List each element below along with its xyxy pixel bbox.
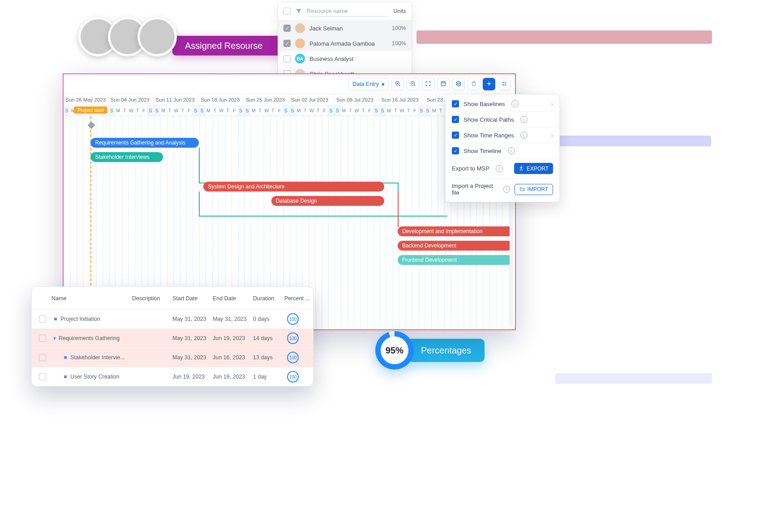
week-label: Sun 04 Jun 2023 xyxy=(109,94,154,105)
info-icon[interactable]: i xyxy=(511,100,519,107)
info-icon[interactable]: i xyxy=(508,147,515,154)
settings-button[interactable] xyxy=(452,78,465,90)
checkbox-checked[interactable]: ✓ xyxy=(452,116,459,123)
resource-row[interactable]: BA Business Analyst xyxy=(278,51,412,66)
settings-item[interactable]: ✓ Show Timeline i xyxy=(446,143,559,158)
zoom-out-icon xyxy=(410,81,416,88)
percent-badge: 100 xyxy=(287,371,299,383)
fit-button[interactable] xyxy=(498,78,511,90)
milestone-diamond[interactable] xyxy=(88,122,95,129)
resource-picker-header: Units xyxy=(278,2,412,21)
bullet-icon xyxy=(64,356,67,359)
percentage-pill: Percentages xyxy=(408,339,485,362)
resource-checkbox[interactable]: ✓ xyxy=(283,25,291,32)
percentage-value: 95% xyxy=(381,336,408,364)
settings-item[interactable]: ✓ Show Critical Paths i xyxy=(446,111,559,127)
import-button[interactable]: IMPORT xyxy=(515,184,553,195)
delete-button[interactable] xyxy=(468,78,480,90)
gantt-bar[interactable]: System Design and Architecture xyxy=(203,182,384,192)
gantt-bar[interactable]: Backend Development xyxy=(398,241,513,251)
zoom-in-icon xyxy=(395,81,401,88)
export-button-label: EXPORT xyxy=(527,166,549,172)
gantt-bar[interactable]: Stakeholder Interviews xyxy=(90,152,163,162)
avatar xyxy=(137,17,177,56)
percent-badge: 100 xyxy=(287,352,299,363)
checkbox-checked[interactable]: ✓ xyxy=(452,132,459,139)
dependency-line xyxy=(199,216,447,217)
settings-item[interactable]: ✓ Show Baselines i › xyxy=(446,96,559,111)
select-all-checkbox[interactable] xyxy=(283,8,291,15)
bullet-icon xyxy=(54,318,57,320)
day-cell: T xyxy=(180,106,186,115)
export-button[interactable]: EXPORT xyxy=(514,163,553,174)
add-button[interactable] xyxy=(483,78,495,90)
day-cell: T xyxy=(302,106,309,115)
gantt-bar[interactable]: Requirements Gathering and Analysis xyxy=(90,138,199,148)
task-dur: 0 days xyxy=(253,316,284,322)
project-start-chip: Project start xyxy=(74,106,107,114)
calendar-button[interactable] xyxy=(437,78,450,90)
trash-icon xyxy=(471,81,477,88)
zoom-out-button[interactable] xyxy=(407,78,419,90)
row-checkbox[interactable] xyxy=(39,373,46,380)
gantt-bar[interactable]: Frontend Development xyxy=(398,255,513,265)
settings-popover[interactable]: ✓ Show Baselines i › ✓ Show Critical Pat… xyxy=(445,94,560,202)
resource-row[interactable]: ✓ Paloma Armada Gamboa 100% xyxy=(278,36,412,51)
bullet-icon xyxy=(64,375,67,378)
info-icon[interactable]: i xyxy=(496,165,503,172)
resource-search-input[interactable] xyxy=(307,6,389,17)
zoom-in-button[interactable] xyxy=(391,78,404,90)
day-cell: S xyxy=(147,106,154,115)
day-cell: T xyxy=(438,106,444,115)
info-icon[interactable]: i xyxy=(503,186,510,193)
row-checkbox[interactable] xyxy=(39,335,46,342)
dependency-line xyxy=(398,192,399,227)
avatar xyxy=(295,38,305,48)
task-row[interactable]: User Story Creation Jun 19, 2023 Jun 19,… xyxy=(32,367,313,386)
settings-label: Show Baselines xyxy=(463,101,505,107)
day-cell: S xyxy=(238,106,244,115)
fullscreen-button[interactable] xyxy=(422,78,434,90)
settings-label: Show Critical Paths xyxy=(463,116,514,123)
gantt-toolbar: Data Entry ▾ xyxy=(64,74,515,94)
plus-icon xyxy=(486,81,492,88)
chevron-down-icon[interactable]: ▾ xyxy=(53,335,56,341)
view-mode-label: Data Entry xyxy=(352,81,379,87)
checkbox-checked[interactable]: ✓ xyxy=(452,147,459,154)
settings-item-import: Import a Project file i IMPORT xyxy=(446,178,559,200)
download-icon xyxy=(519,165,524,172)
task-row[interactable]: Stakeholder Intervie... May 31, 2023 Jun… xyxy=(32,348,313,367)
task-row[interactable]: ▾Requirements Gathering May 31, 2023 Jun… xyxy=(32,328,313,348)
task-row[interactable]: Project Initiation May 31, 2023 May 31, … xyxy=(32,309,313,328)
settings-label: Show Timeline xyxy=(463,148,502,154)
info-icon[interactable]: i xyxy=(520,132,528,139)
task-name: Stakeholder Intervie... xyxy=(51,354,132,361)
gantt-bar[interactable]: Database Design xyxy=(271,196,384,206)
percentage-widget: 95% Percentages xyxy=(375,331,485,370)
checkbox-checked[interactable]: ✓ xyxy=(452,100,459,107)
task-end: May 31, 2023 xyxy=(213,316,253,322)
col-pct: Percent ... xyxy=(284,295,313,302)
resource-picker-popup[interactable]: Units ✓ Jack Selman 100% ✓ Paloma Armada… xyxy=(278,2,412,82)
decor-ribbon-pink xyxy=(416,30,712,44)
resource-checkbox[interactable] xyxy=(283,55,291,62)
info-icon[interactable]: i xyxy=(520,116,528,123)
day-cell: T xyxy=(257,106,263,115)
day-cell: M xyxy=(115,106,121,115)
task-start: May 31, 2023 xyxy=(172,316,213,322)
resource-checkbox[interactable]: ✓ xyxy=(283,40,291,47)
week-label: Sun 25 Jun 2023 xyxy=(244,94,289,105)
day-cell: F xyxy=(412,106,418,115)
row-checkbox[interactable] xyxy=(39,354,46,361)
gantt-bar[interactable]: Development and Implementation xyxy=(398,226,513,236)
col-start: Start Date xyxy=(172,295,213,302)
resource-row[interactable]: ✓ Jack Selman 100% xyxy=(278,21,412,36)
day-cell: M xyxy=(296,106,302,115)
view-mode-dropdown[interactable]: Data Entry ▾ xyxy=(348,78,389,90)
row-checkbox[interactable] xyxy=(39,315,46,323)
dependency-line xyxy=(199,162,200,183)
day-cell: S xyxy=(244,106,250,115)
settings-item[interactable]: ✓ Show Time Ranges i › xyxy=(446,127,559,143)
week-label: Sun 18 Jun 2023 xyxy=(199,94,244,105)
settings-label: Export to MSP xyxy=(452,165,489,172)
